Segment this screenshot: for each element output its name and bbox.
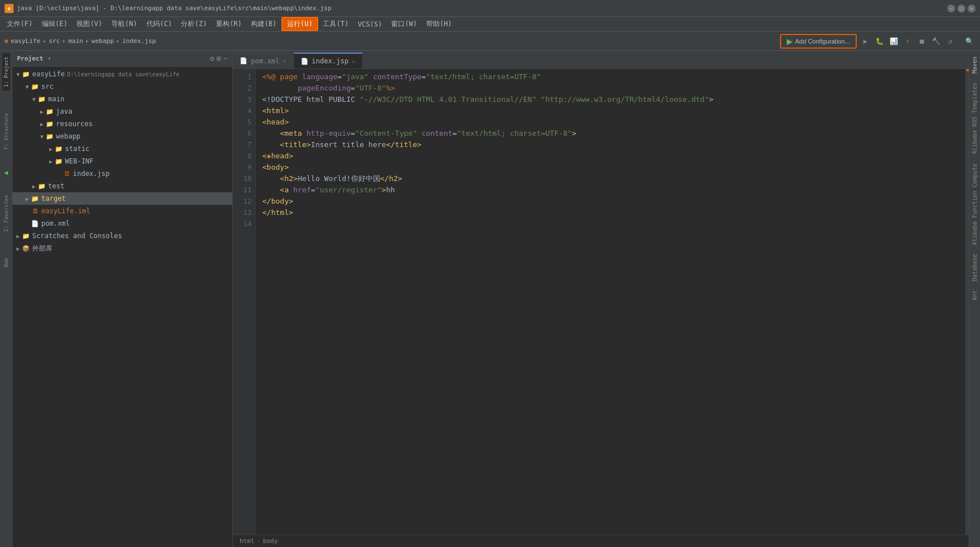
path-indexjsp: index.jsp: [122, 37, 156, 45]
menu-item-w[interactable]: 窗口(W): [387, 18, 422, 30]
panel-tab-web[interactable]: Web: [2, 255, 10, 270]
menu-item-e[interactable]: 编辑(E): [37, 18, 72, 30]
panel-tab-project[interactable]: 1: Project: [2, 53, 10, 91]
code-line-9: <body>: [262, 162, 965, 173]
tree-item-webapp[interactable]: ▼ 📁 webapp: [12, 130, 232, 143]
tree-item-easylife[interactable]: ▼ 📁 easyLife D:\learningapp data save\ea…: [12, 68, 232, 80]
code-line-13: </html>: [262, 207, 965, 218]
code-line-14: [262, 218, 965, 230]
menu-item-t[interactable]: 工具(T): [318, 18, 353, 30]
tree-item-scratches[interactable]: ▶ 📁 Scratches and Consoles: [12, 230, 232, 242]
panel-alibaba-func[interactable]: Alibaba Function Compute: [970, 159, 979, 250]
tree-item-src[interactable]: ▼ 📁 src: [12, 80, 232, 93]
panel-icon-active[interactable]: ◀: [1, 167, 12, 178]
search-button[interactable]: 🔍: [963, 35, 975, 48]
tab-close-pom[interactable]: ✕: [283, 58, 287, 64]
panel-minus[interactable]: −: [223, 54, 228, 63]
code-line-2: pageEncoding="UTF-8"%>: [262, 83, 965, 94]
tree-item-pomxml[interactable]: 📄 pom.xml: [12, 217, 232, 230]
panel-layout[interactable]: ⊞: [216, 54, 221, 63]
tree-item-extlibs[interactable]: ▶ 📦 外部库: [12, 242, 232, 255]
close-button[interactable]: ✕: [968, 5, 975, 12]
breadcrumb-bar: html › body: [233, 535, 969, 547]
path-main: main: [68, 37, 84, 45]
toolbar-buttons: ▶ 🐛 📊 ⚡ ■ 🔨 ↺: [859, 35, 956, 48]
minimize-button[interactable]: −: [947, 5, 955, 12]
code-line-3: <!DOCTYPE html PUBLIC "-//W3C//DTD HTML …: [262, 94, 965, 105]
panel-gear[interactable]: ⚙: [210, 54, 215, 63]
tree-item-static[interactable]: ▶ 📁 static: [12, 143, 232, 155]
stop-button[interactable]: ■: [916, 35, 928, 48]
scroll-gutter: [965, 69, 969, 535]
menu-item-h[interactable]: 帮助(H): [422, 18, 457, 30]
sync-button[interactable]: ↺: [944, 35, 956, 48]
panel-maven[interactable]: Maven: [970, 52, 979, 78]
code-line-12: </body>: [262, 196, 965, 207]
tree-item-indexjsp[interactable]: 🖺 index.jsp: [12, 167, 232, 180]
project-panel-header: Project ▾ ⚙ ⊞ −: [12, 51, 232, 67]
menu-bar: 文件(F)编辑(E)视图(V)导航(N)代码(C)分析(Z)重构(R)构建(B)…: [0, 17, 980, 32]
panel-database[interactable]: Database: [970, 249, 979, 286]
menu-item-vcss[interactable]: VCS(S): [353, 19, 387, 29]
tree-item-iml[interactable]: 🖺 easyLife.iml: [12, 205, 232, 217]
code-line-11: <a href="user/register">hh: [262, 184, 965, 196]
code-line-7: <title>Insert title here</title>: [262, 139, 965, 150]
coverage-button[interactable]: 📊: [887, 35, 900, 48]
profile-button[interactable]: ⚡: [901, 35, 914, 48]
menu-item-b[interactable]: 构建(B): [246, 18, 281, 30]
editor-area: 📄 pom.xml ✕ 📄 index.jsp ✕ 1 2 3 4 5 6 7 …: [233, 51, 969, 547]
window-controls: − □ ✕: [947, 5, 975, 12]
path-webapp: webapp: [92, 37, 114, 45]
code-line-6: <meta http-equiv="Content-Type" content=…: [262, 128, 965, 139]
menu-item-r[interactable]: 重构(R): [211, 18, 246, 30]
menu-item-c[interactable]: 代码(C): [142, 18, 177, 30]
breadcrumb-body: body: [263, 537, 278, 545]
run-icon: ▶: [787, 37, 793, 46]
title-bar: e java [D:\eclipse\java] - D:\learningap…: [0, 0, 980, 17]
panel-alibaba-ros[interactable]: Alibaba ROS Templates: [970, 78, 979, 158]
error-indicator: [966, 69, 969, 71]
left-panels-strip: 1: Project 7: Structure ◀ 2: Favorites W…: [0, 51, 12, 547]
tree-item-resources[interactable]: ▶ 📁 resources: [12, 118, 232, 130]
code-line-5: <head>: [262, 117, 965, 128]
build-button[interactable]: 🔨: [930, 35, 942, 48]
toolbar: e easyLife ▸ src ▸ main ▸ webapp ▸ index…: [0, 32, 980, 51]
run-button[interactable]: ▶: [859, 35, 871, 48]
right-panels-strip: Maven Alibaba ROS Templates Alibaba Func…: [969, 51, 980, 547]
tab-close-indexjsp[interactable]: ✕: [352, 58, 355, 64]
line-numbers: 1 2 3 4 5 6 7 8 9 10 11 12 13 14: [233, 69, 255, 535]
add-config-label: Add Configuration...: [795, 38, 850, 45]
project-panel-title: Project: [17, 55, 43, 62]
editor-tabs: 📄 pom.xml ✕ 📄 index.jsp ✕: [233, 51, 969, 69]
code-editor: 1 2 3 4 5 6 7 8 9 10 11 12 13 14 <%@ pag…: [233, 69, 969, 535]
app-icon: e: [5, 4, 14, 13]
title-text: java [D:\eclipse\java] - D:\learningapp …: [17, 5, 947, 12]
code-line-8: <◆head>: [262, 150, 965, 162]
menu-item-v[interactable]: 视图(V): [72, 18, 107, 30]
add-configuration-button[interactable]: ▶ Add Configuration...: [780, 34, 857, 49]
project-path: e easyLife ▸ src ▸ main ▸ webapp ▸ index…: [5, 37, 778, 45]
menu-item-u[interactable]: 运行(U): [281, 17, 319, 31]
tree-item-main[interactable]: ▼ 📁 main: [12, 93, 232, 105]
file-tree: ▼ 📁 easyLife D:\learningapp data save\ea…: [12, 67, 232, 547]
panel-controls: ⚙ ⊞ −: [210, 54, 228, 63]
tree-item-target[interactable]: ▶ 📁 target: [12, 192, 232, 205]
tab-index-jsp[interactable]: 📄 index.jsp ✕: [294, 53, 363, 68]
tree-item-webinf[interactable]: ▶ 📁 WEB-INF: [12, 155, 232, 167]
code-line-10: <h2>Hello World!你好中国</h2>: [262, 173, 965, 184]
maximize-button[interactable]: □: [957, 5, 965, 12]
panel-tab-structure[interactable]: 7: Structure: [2, 110, 10, 153]
panel-ant[interactable]: Ant: [970, 286, 979, 305]
panel-tab-favorites[interactable]: 2: Favorites: [2, 192, 10, 235]
code-line-1: <%@ page language="java" contentType="te…: [262, 71, 965, 83]
tree-item-java[interactable]: ▶ 📁 java: [12, 105, 232, 118]
menu-item-z[interactable]: 分析(Z): [176, 18, 211, 30]
code-content[interactable]: <%@ page language="java" contentType="te…: [255, 69, 965, 535]
tree-item-test[interactable]: ▶ 📁 test: [12, 180, 232, 192]
tab-pom-xml[interactable]: 📄 pom.xml ✕: [233, 53, 294, 68]
path-src: src: [49, 37, 60, 45]
debug-button[interactable]: 🐛: [873, 35, 886, 48]
menu-item-f[interactable]: 文件(F): [2, 18, 37, 30]
path-easylife: easyLife: [11, 37, 41, 45]
menu-item-n[interactable]: 导航(N): [107, 18, 142, 30]
